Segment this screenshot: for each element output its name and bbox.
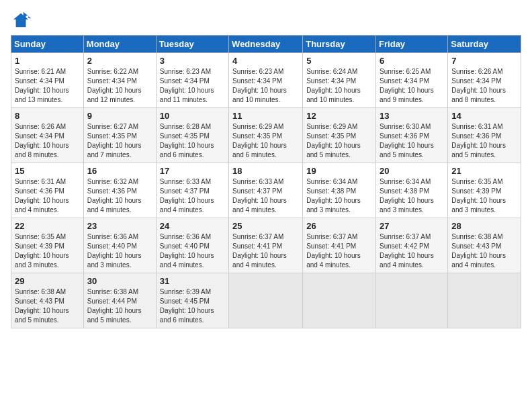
- day-info: Sunrise: 6:38 AM Sunset: 4:43 PM Dayligh…: [15, 287, 80, 325]
- calendar-cell: 29 Sunrise: 6:38 AM Sunset: 4:43 PM Dayl…: [11, 273, 84, 328]
- day-number: 26: [306, 221, 372, 231]
- calendar-week-1: 1 Sunrise: 6:21 AM Sunset: 4:34 PM Dayli…: [11, 53, 521, 108]
- day-number: 8: [15, 111, 80, 121]
- logo: [11, 11, 31, 30]
- calendar-cell: 21 Sunrise: 6:35 AM Sunset: 4:39 PM Dayl…: [448, 163, 521, 218]
- calendar-cell: [448, 273, 521, 328]
- calendar-cell: 22 Sunrise: 6:35 AM Sunset: 4:39 PM Dayl…: [11, 218, 84, 273]
- day-info: Sunrise: 6:37 AM Sunset: 4:41 PM Dayligh…: [232, 232, 299, 270]
- column-header-wednesday: Wednesday: [229, 36, 303, 53]
- calendar-table: SundayMondayTuesdayWednesdayThursdayFrid…: [11, 35, 521, 328]
- day-info: Sunrise: 6:29 AM Sunset: 4:35 PM Dayligh…: [232, 122, 299, 160]
- day-number: 20: [380, 166, 444, 176]
- calendar-cell: 15 Sunrise: 6:31 AM Sunset: 4:36 PM Dayl…: [11, 163, 84, 218]
- day-number: 2: [87, 56, 152, 66]
- calendar-cell: 28 Sunrise: 6:38 AM Sunset: 4:43 PM Dayl…: [448, 218, 521, 273]
- day-number: 6: [380, 56, 444, 66]
- calendar-cell: 10 Sunrise: 6:28 AM Sunset: 4:35 PM Dayl…: [156, 108, 228, 163]
- day-info: Sunrise: 6:32 AM Sunset: 4:36 PM Dayligh…: [87, 177, 152, 215]
- day-number: 1: [15, 56, 80, 66]
- calendar-cell: 24 Sunrise: 6:36 AM Sunset: 4:40 PM Dayl…: [156, 218, 228, 273]
- day-number: 12: [306, 111, 372, 121]
- calendar-cell: 18 Sunrise: 6:33 AM Sunset: 4:37 PM Dayl…: [229, 163, 303, 218]
- day-number: 11: [232, 111, 299, 121]
- day-info: Sunrise: 6:29 AM Sunset: 4:35 PM Dayligh…: [306, 122, 372, 160]
- day-info: Sunrise: 6:28 AM Sunset: 4:35 PM Dayligh…: [160, 122, 225, 160]
- day-number: 25: [232, 221, 299, 231]
- day-info: Sunrise: 6:36 AM Sunset: 4:40 PM Dayligh…: [87, 232, 152, 270]
- day-info: Sunrise: 6:26 AM Sunset: 4:34 PM Dayligh…: [15, 122, 80, 160]
- day-info: Sunrise: 6:38 AM Sunset: 4:43 PM Dayligh…: [451, 232, 517, 270]
- day-info: Sunrise: 6:21 AM Sunset: 4:34 PM Dayligh…: [15, 67, 80, 105]
- column-header-tuesday: Tuesday: [156, 36, 228, 53]
- calendar-week-4: 22 Sunrise: 6:35 AM Sunset: 4:39 PM Dayl…: [11, 218, 521, 273]
- day-info: Sunrise: 6:24 AM Sunset: 4:34 PM Dayligh…: [306, 67, 372, 105]
- day-number: 24: [160, 221, 225, 231]
- calendar-cell: 19 Sunrise: 6:34 AM Sunset: 4:38 PM Dayl…: [303, 163, 376, 218]
- calendar-cell: 7 Sunrise: 6:26 AM Sunset: 4:34 PM Dayli…: [448, 53, 521, 108]
- calendar-cell: 4 Sunrise: 6:23 AM Sunset: 4:34 PM Dayli…: [229, 53, 303, 108]
- day-number: 18: [232, 166, 299, 176]
- day-info: Sunrise: 6:23 AM Sunset: 4:34 PM Dayligh…: [160, 67, 225, 105]
- day-info: Sunrise: 6:34 AM Sunset: 4:38 PM Dayligh…: [380, 177, 444, 215]
- column-header-saturday: Saturday: [448, 36, 521, 53]
- day-number: 16: [87, 166, 152, 176]
- day-info: Sunrise: 6:31 AM Sunset: 4:36 PM Dayligh…: [451, 122, 517, 160]
- day-number: 3: [160, 56, 225, 66]
- calendar-cell: 6 Sunrise: 6:25 AM Sunset: 4:34 PM Dayli…: [376, 53, 448, 108]
- day-number: 5: [306, 56, 372, 66]
- day-info: Sunrise: 6:35 AM Sunset: 4:39 PM Dayligh…: [15, 232, 80, 270]
- column-header-sunday: Sunday: [11, 36, 84, 53]
- day-info: Sunrise: 6:25 AM Sunset: 4:34 PM Dayligh…: [380, 67, 444, 105]
- calendar-week-5: 29 Sunrise: 6:38 AM Sunset: 4:43 PM Dayl…: [11, 273, 521, 328]
- day-number: 9: [87, 111, 152, 121]
- day-number: 22: [15, 221, 80, 231]
- column-header-monday: Monday: [83, 36, 156, 53]
- calendar-header-row: SundayMondayTuesdayWednesdayThursdayFrid…: [11, 36, 521, 53]
- day-info: Sunrise: 6:23 AM Sunset: 4:34 PM Dayligh…: [232, 67, 299, 105]
- calendar-cell: 9 Sunrise: 6:27 AM Sunset: 4:35 PM Dayli…: [83, 108, 156, 163]
- logo-icon: [12, 11, 31, 30]
- day-info: Sunrise: 6:31 AM Sunset: 4:36 PM Dayligh…: [15, 177, 80, 215]
- calendar-cell: 30 Sunrise: 6:38 AM Sunset: 4:44 PM Dayl…: [83, 273, 156, 328]
- calendar-week-3: 15 Sunrise: 6:31 AM Sunset: 4:36 PM Dayl…: [11, 163, 521, 218]
- day-info: Sunrise: 6:38 AM Sunset: 4:44 PM Dayligh…: [87, 287, 152, 325]
- day-info: Sunrise: 6:37 AM Sunset: 4:41 PM Dayligh…: [306, 232, 372, 270]
- day-info: Sunrise: 6:30 AM Sunset: 4:36 PM Dayligh…: [380, 122, 444, 160]
- calendar-cell: 11 Sunrise: 6:29 AM Sunset: 4:35 PM Dayl…: [229, 108, 303, 163]
- day-number: 28: [451, 221, 517, 231]
- calendar-cell: 3 Sunrise: 6:23 AM Sunset: 4:34 PM Dayli…: [156, 53, 228, 108]
- calendar-cell: 16 Sunrise: 6:32 AM Sunset: 4:36 PM Dayl…: [83, 163, 156, 218]
- day-number: 14: [451, 111, 517, 121]
- day-info: Sunrise: 6:36 AM Sunset: 4:40 PM Dayligh…: [160, 232, 225, 270]
- day-info: Sunrise: 6:26 AM Sunset: 4:34 PM Dayligh…: [451, 67, 517, 105]
- day-number: 17: [160, 166, 225, 176]
- day-info: Sunrise: 6:33 AM Sunset: 4:37 PM Dayligh…: [160, 177, 225, 215]
- calendar-cell: 12 Sunrise: 6:29 AM Sunset: 4:35 PM Dayl…: [303, 108, 376, 163]
- day-number: 31: [160, 276, 225, 286]
- day-info: Sunrise: 6:33 AM Sunset: 4:37 PM Dayligh…: [232, 177, 299, 215]
- calendar-cell: 20 Sunrise: 6:34 AM Sunset: 4:38 PM Dayl…: [376, 163, 448, 218]
- day-info: Sunrise: 6:22 AM Sunset: 4:34 PM Dayligh…: [87, 67, 152, 105]
- day-number: 19: [306, 166, 372, 176]
- day-number: 15: [15, 166, 80, 176]
- calendar-cell: 13 Sunrise: 6:30 AM Sunset: 4:36 PM Dayl…: [376, 108, 448, 163]
- day-number: 23: [87, 221, 152, 231]
- day-number: 27: [380, 221, 444, 231]
- day-number: 13: [380, 111, 444, 121]
- calendar-cell: 8 Sunrise: 6:26 AM Sunset: 4:34 PM Dayli…: [11, 108, 84, 163]
- day-info: Sunrise: 6:37 AM Sunset: 4:42 PM Dayligh…: [380, 232, 444, 270]
- header: [11, 11, 521, 30]
- calendar-cell: [303, 273, 376, 328]
- calendar-cell: 25 Sunrise: 6:37 AM Sunset: 4:41 PM Dayl…: [229, 218, 303, 273]
- calendar-cell: 5 Sunrise: 6:24 AM Sunset: 4:34 PM Dayli…: [303, 53, 376, 108]
- day-info: Sunrise: 6:39 AM Sunset: 4:45 PM Dayligh…: [160, 287, 225, 325]
- day-number: 7: [451, 56, 517, 66]
- calendar-cell: 17 Sunrise: 6:33 AM Sunset: 4:37 PM Dayl…: [156, 163, 228, 218]
- day-info: Sunrise: 6:27 AM Sunset: 4:35 PM Dayligh…: [87, 122, 152, 160]
- day-number: 30: [87, 276, 152, 286]
- calendar-cell: 1 Sunrise: 6:21 AM Sunset: 4:34 PM Dayli…: [11, 53, 84, 108]
- calendar-cell: 2 Sunrise: 6:22 AM Sunset: 4:34 PM Dayli…: [83, 53, 156, 108]
- day-number: 21: [451, 166, 517, 176]
- day-info: Sunrise: 6:35 AM Sunset: 4:39 PM Dayligh…: [451, 177, 517, 215]
